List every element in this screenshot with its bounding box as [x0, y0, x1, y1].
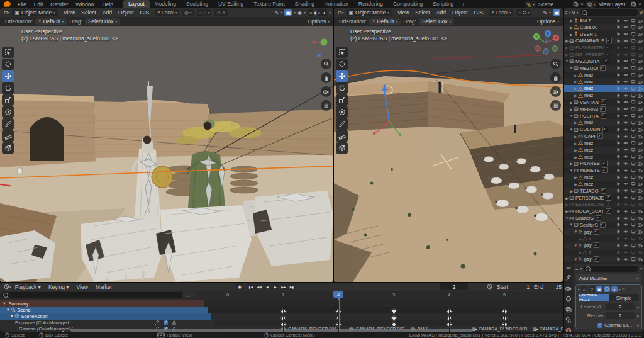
viewport-canvas[interactable]: Y Z X User Perspective (2) LAMPARAS | me… — [334, 26, 563, 282]
tab-texture-paint[interactable]: Texture Paint — [248, 0, 290, 8]
disable-render-icon[interactable] — [638, 236, 643, 241]
subdiv-type-catmull-clark[interactable]: Catmull-Clark — [579, 294, 609, 301]
selectable-icon[interactable] — [616, 236, 621, 241]
disable-render-icon[interactable] — [638, 181, 643, 186]
toggle-filters-button[interactable]: ↔ — [182, 292, 195, 298]
options-dropdown[interactable]: Options▾ — [537, 18, 559, 25]
remove-layer-icon[interactable]: × — [638, 1, 641, 7]
collection-checkbox[interactable] — [604, 59, 609, 64]
tool-move[interactable] — [336, 70, 348, 82]
expand-icon[interactable]: ▼ — [574, 230, 578, 234]
outliner-row-murete[interactable]: ▼MURETE — [564, 167, 644, 174]
render-toggle-icon[interactable]: ● — [611, 286, 618, 292]
outliner-row-mez[interactable]: ▶mez — [564, 181, 644, 188]
expand-icon[interactable]: ▼ — [3, 301, 6, 305]
disable-render-icon[interactable] — [638, 195, 643, 200]
disable-viewport-icon[interactable] — [631, 113, 636, 118]
collection-checkbox[interactable] — [601, 113, 606, 119]
tool-rotate[interactable] — [336, 82, 348, 94]
hide-icon[interactable] — [623, 216, 628, 221]
collection-checkbox[interactable] — [594, 256, 599, 262]
expand-icon[interactable]: ▶ — [574, 73, 578, 77]
selectable-icon[interactable] — [616, 79, 621, 84]
disable-viewport-icon[interactable] — [631, 168, 636, 173]
expand-icon[interactable]: ▼ — [574, 244, 578, 247]
disable-render-icon[interactable] — [638, 257, 643, 262]
add-modifier-button[interactable]: Add Modifier ▾ — [576, 274, 641, 282]
expand-icon[interactable]: ▶ — [574, 182, 578, 186]
tool-select-box[interactable] — [2, 47, 14, 58]
expand-icon[interactable]: ▼ — [6, 308, 9, 312]
properties-tab-scene[interactable] — [565, 317, 572, 324]
selectable-icon[interactable] — [616, 86, 621, 91]
outliner-row-mez[interactable]: ▶mez — [564, 140, 644, 147]
outliner-row-scatters[interactable]: ▼ScatterS — [564, 222, 644, 228]
outliner-row-cube-00[interactable]: ▶Cube.00 — [564, 24, 644, 31]
expand-icon[interactable]: ▼ — [569, 169, 574, 172]
viewport-menu-view[interactable]: View — [394, 9, 412, 16]
properties-tab-output[interactable] — [565, 295, 572, 302]
selectable-icon[interactable] — [616, 38, 621, 43]
expand-icon[interactable]: ▼ — [574, 257, 578, 261]
viewport-menu-object[interactable]: Object — [449, 9, 471, 16]
collection-checkbox[interactable] — [596, 215, 601, 221]
animate-dot-icon[interactable]: ● — [636, 305, 639, 309]
disable-viewport-icon[interactable] — [631, 181, 636, 186]
tab-sculpting[interactable]: Sculpting — [181, 0, 213, 8]
selectable-icon[interactable] — [616, 106, 621, 111]
selectable-icon[interactable] — [616, 257, 621, 262]
expand-icon[interactable]: ▶ — [569, 25, 574, 30]
disable-viewport-icon[interactable] — [631, 202, 636, 207]
disable-viewport-icon[interactable] — [631, 72, 636, 77]
collection-checkbox[interactable] — [606, 208, 611, 214]
play-reverse-button[interactable]: ◀ — [264, 283, 271, 290]
editor-type-icon[interactable] — [4, 284, 9, 290]
selectable-icon[interactable] — [616, 120, 621, 125]
disable-viewport-icon[interactable] — [631, 140, 636, 145]
dope-sheet-body[interactable]: -2-1012345 ↔ ▼Summary▼Scene▼SceneActionE… — [0, 291, 563, 332]
selectable-icon[interactable] — [616, 52, 621, 57]
outliner-row-mezqui[interactable]: ▼MEZQUI — [564, 65, 644, 72]
hide-icon[interactable] — [623, 236, 628, 241]
tool-add-cube[interactable] — [336, 142, 348, 154]
next-keyframe-button[interactable]: ▶▶ — [280, 283, 287, 290]
hide-icon[interactable] — [623, 195, 628, 200]
tool-scale[interactable] — [336, 94, 348, 106]
editor-type-icon[interactable]: ≡▾ — [566, 266, 571, 271]
timeline-menu-view[interactable]: View — [73, 284, 92, 290]
hide-icon[interactable] — [623, 188, 628, 193]
disable-viewport-icon[interactable] — [631, 216, 636, 221]
tab-rendering[interactable]: Rendering — [353, 0, 388, 8]
outliner-row-puerta[interactable]: ▼PUERTA — [564, 113, 644, 120]
viewport-menu-view[interactable]: View — [60, 9, 78, 16]
disable-render-icon[interactable] — [638, 18, 643, 23]
hide-icon[interactable] — [623, 154, 628, 159]
disable-render-icon[interactable] — [638, 59, 643, 64]
expand-icon[interactable]: ▶ — [578, 237, 582, 241]
disable-render-icon[interactable] — [638, 45, 643, 50]
menu-file[interactable]: File — [14, 1, 30, 8]
tool-move[interactable] — [2, 70, 14, 82]
pan-view-button[interactable] — [321, 72, 331, 83]
tool-measure[interactable] — [2, 130, 14, 142]
selectable-icon[interactable] — [616, 31, 621, 37]
selectable-icon[interactable] — [616, 140, 621, 145]
gizmo-toggle-icon[interactable]: ✎ — [275, 10, 279, 16]
outliner-row-planimetri[interactable]: ▶PLANIMETRI — [564, 44, 644, 51]
scene-name[interactable]: Scene — [538, 1, 571, 8]
tab-animation[interactable]: Animation — [319, 0, 353, 8]
mode-dropdown[interactable]: ▣ Object Mode ▾ — [346, 9, 392, 16]
outliner-row-ventan[interactable]: ▶VENTAN — [564, 99, 644, 106]
disable-render-icon[interactable] — [638, 106, 643, 111]
disable-viewport-icon[interactable] — [631, 99, 636, 104]
disable-viewport-icon[interactable] — [631, 65, 636, 70]
expand-icon[interactable]: ▶ — [565, 196, 569, 200]
disable-viewport-icon[interactable] — [631, 243, 636, 248]
disable-viewport-icon[interactable] — [631, 45, 636, 50]
disable-render-icon[interactable] — [638, 127, 643, 132]
disable-render-icon[interactable] — [638, 38, 643, 43]
outliner-row-mez[interactable]: ▶mez — [564, 78, 644, 85]
outliner-row-scatters[interactable]: ▼ScatterS — [564, 215, 644, 222]
display-mode-icon[interactable]: ≡ — [565, 10, 568, 16]
new-layer-icon[interactable] — [631, 1, 636, 7]
